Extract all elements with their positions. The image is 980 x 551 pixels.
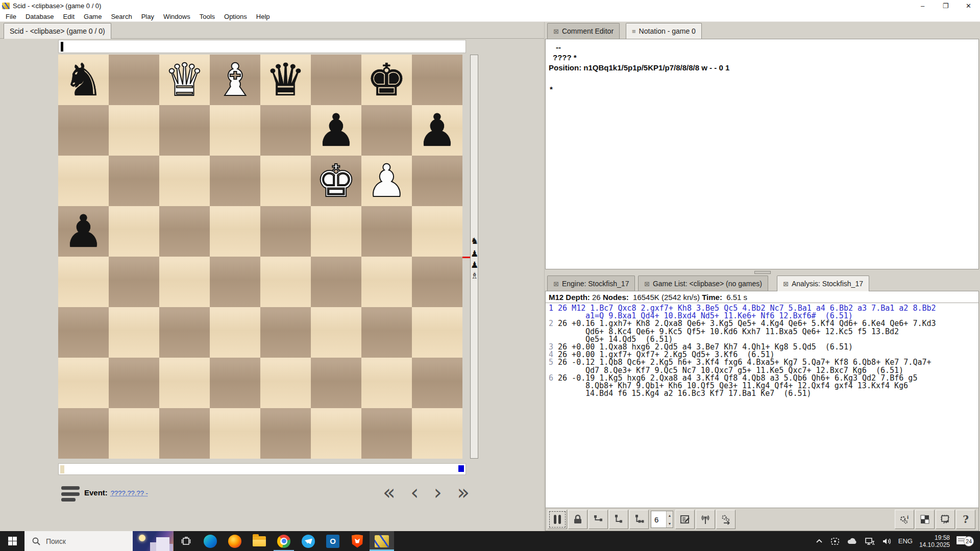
black-knight[interactable]: ♞ (58, 55, 109, 105)
white-king[interactable]: ♚ (311, 156, 361, 206)
next-move-button[interactable]: › (434, 482, 442, 503)
move-entry-bar[interactable] (58, 40, 466, 53)
square-h3[interactable] (412, 307, 462, 358)
square-c2[interactable] (159, 358, 210, 408)
square-b3[interactable] (109, 307, 159, 358)
square-h4[interactable] (412, 257, 462, 307)
menu-tools[interactable]: Tools (195, 13, 219, 20)
menu-database[interactable]: Database (21, 13, 59, 20)
taskbar-app-scid[interactable] (370, 531, 394, 551)
square-e4[interactable] (260, 257, 311, 307)
square-h8[interactable] (412, 55, 462, 105)
multipv-spinbox[interactable]: 6 ▲▼ (651, 511, 673, 528)
square-a4[interactable] (58, 257, 109, 307)
taskbar-app-explorer[interactable] (247, 531, 272, 551)
square-f8[interactable] (311, 55, 361, 105)
square-d6[interactable] (210, 156, 260, 206)
square-f7[interactable]: ♟ (311, 105, 361, 156)
restore-button[interactable]: ❐ (934, 0, 957, 11)
black-pawn[interactable]: ♟ (412, 105, 462, 156)
square-g5[interactable] (361, 206, 412, 257)
engine-options-button[interactable]: i (895, 510, 914, 529)
square-a7[interactable] (58, 105, 109, 156)
annotate-button[interactable] (675, 510, 695, 529)
square-c8[interactable]: ♛ (159, 55, 210, 105)
add-move-button[interactable] (589, 510, 608, 529)
white-bishop[interactable]: ♝ (210, 55, 260, 105)
square-g4[interactable] (361, 257, 412, 307)
tab-close-icon[interactable]: ⊠ (783, 280, 789, 288)
menu-file[interactable]: File (1, 13, 21, 20)
square-g1[interactable] (361, 408, 412, 459)
square-e8[interactable]: ♛ (260, 55, 311, 105)
square-f1[interactable] (311, 408, 361, 459)
spin-arrows[interactable]: ▲▼ (666, 511, 673, 528)
square-e6[interactable] (260, 156, 311, 206)
screen-capture-icon[interactable] (830, 537, 840, 546)
tab-notation[interactable]: ≡ Notation - game 0 (626, 23, 702, 39)
square-a3[interactable] (58, 307, 109, 358)
minimize-button[interactable]: – (911, 0, 934, 11)
square-e2[interactable] (260, 358, 311, 408)
square-e7[interactable] (260, 105, 311, 156)
square-d7[interactable] (210, 105, 260, 156)
menu-edit[interactable]: Edit (59, 13, 79, 20)
lock-analysis-button[interactable] (568, 510, 587, 529)
square-a2[interactable] (58, 358, 109, 408)
menu-search[interactable]: Search (106, 13, 136, 20)
square-g3[interactable] (361, 307, 412, 358)
menu-game[interactable]: Game (79, 13, 106, 20)
tab-game-list[interactable]: ⊠ Game List: <clipbase> (no games) (638, 276, 768, 291)
square-d1[interactable] (210, 408, 260, 459)
square-b5[interactable] (109, 206, 159, 257)
analysis-line-6[interactable]: 626 -0.19 1.Kg5 hxg6 2.Qxa8 a4 3.Kf4 Qf8… (549, 374, 975, 398)
square-a8[interactable]: ♞ (58, 55, 109, 105)
menu-play[interactable]: Play (137, 13, 159, 20)
notation-header[interactable]: ???? * (549, 53, 975, 63)
square-c3[interactable] (159, 307, 210, 358)
square-h6[interactable] (412, 156, 462, 206)
sash-grip[interactable] (754, 271, 771, 274)
network-icon[interactable] (865, 537, 875, 546)
chess-board[interactable]: ♞♛♝♛♚♟♟♚♟♟ (58, 55, 462, 459)
notation-result[interactable]: * (549, 84, 975, 94)
tab-engine[interactable]: ⊠ Engine: Stockfish_17 (547, 276, 635, 291)
square-d3[interactable] (210, 307, 260, 358)
search-input[interactable] (46, 537, 117, 545)
black-pawn[interactable]: ♟ (311, 105, 361, 156)
board-toggle-button[interactable] (915, 510, 935, 529)
analysis-line-5[interactable]: 526 -0.12 1.Qb8 Qc6+ 2.Kg5 h6+ 3.Kf4 fxg… (549, 359, 975, 374)
square-g6[interactable]: ♟ (361, 156, 412, 206)
square-d8[interactable]: ♝ (210, 55, 260, 105)
square-f2[interactable] (311, 358, 361, 408)
auto-play-settings-button[interactable] (716, 510, 736, 529)
tab-analysis[interactable]: ⊠ Analysis: Stockfish_17 (777, 276, 869, 291)
square-h2[interactable] (412, 358, 462, 408)
volume-icon[interactable] (881, 537, 892, 545)
square-g8[interactable]: ♚ (361, 55, 412, 105)
taskbar-app-telegram[interactable] (296, 531, 321, 551)
first-move-button[interactable]: « (383, 482, 395, 503)
taskbar-app-edge[interactable] (198, 531, 223, 551)
language-indicator[interactable]: ENG (898, 537, 913, 545)
add-variation-button[interactable] (609, 510, 628, 529)
analysis-line-2[interactable]: 226 +0.16 1.gxh7+ Kh8 2.Qxa8 Qe6+ 3.Kg5 … (549, 320, 975, 343)
tab-close-icon[interactable]: ⊠ (553, 280, 559, 288)
square-d2[interactable] (210, 358, 260, 408)
previous-move-button[interactable]: ‹ (410, 482, 419, 503)
square-a6[interactable] (58, 156, 109, 206)
black-pawn[interactable]: ♟ (58, 206, 109, 257)
taskbar-search[interactable] (24, 531, 174, 551)
square-h7[interactable]: ♟ (412, 105, 462, 156)
square-d5[interactable] (210, 206, 260, 257)
square-g2[interactable] (361, 358, 412, 408)
onedrive-cloud-icon[interactable] (847, 537, 858, 545)
square-f6[interactable]: ♚ (311, 156, 361, 206)
square-b2[interactable] (109, 358, 159, 408)
last-move-button[interactable]: » (457, 482, 470, 503)
taskbar-app-outlook[interactable]: O (321, 531, 345, 551)
engine-info-button[interactable] (696, 510, 715, 529)
black-queen[interactable]: ♛ (260, 55, 311, 105)
square-d4[interactable] (210, 257, 260, 307)
tab-comment-editor[interactable]: ⊠ Comment Editor (547, 23, 620, 39)
